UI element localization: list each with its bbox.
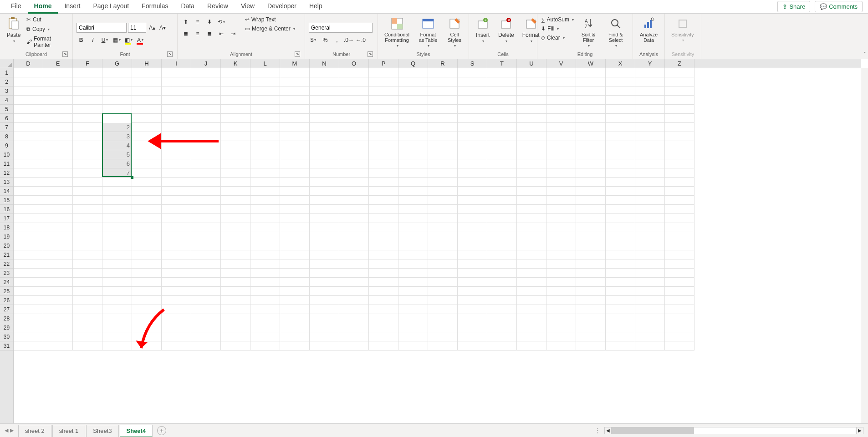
align-bottom-button[interactable]: ⬇ xyxy=(205,17,214,26)
cell-N29[interactable] xyxy=(310,323,339,332)
cell-Y24[interactable] xyxy=(635,278,665,287)
cell-R27[interactable] xyxy=(428,305,458,314)
cell-H10[interactable] xyxy=(132,150,162,159)
cell-Q15[interactable] xyxy=(398,196,428,205)
font-name-input[interactable] xyxy=(77,23,127,33)
cell-P13[interactable] xyxy=(369,178,398,187)
cell-P19[interactable] xyxy=(369,232,398,241)
cell-E12[interactable] xyxy=(43,168,73,178)
cell-E13[interactable] xyxy=(43,178,73,187)
cell-N21[interactable] xyxy=(310,250,339,259)
cell-O27[interactable] xyxy=(339,305,369,314)
cell-R18[interactable] xyxy=(428,223,458,232)
cell-O4[interactable] xyxy=(339,96,369,105)
cell-T25[interactable] xyxy=(487,287,517,296)
format-painter-button[interactable]: 🖌 Format Painter xyxy=(26,35,69,49)
row-header-2[interactable]: 2 xyxy=(0,77,13,86)
cell-W28[interactable] xyxy=(576,314,606,323)
cell-G22[interactable] xyxy=(102,259,132,269)
cell-D24[interactable] xyxy=(14,278,43,287)
cell-L6[interactable] xyxy=(250,114,280,123)
cell-P20[interactable] xyxy=(369,241,398,250)
cell-K20[interactable] xyxy=(221,241,250,250)
cell-D21[interactable] xyxy=(14,250,43,259)
cell-Z10[interactable] xyxy=(665,150,694,159)
cell-S15[interactable] xyxy=(458,196,487,205)
cell-R25[interactable] xyxy=(428,287,458,296)
cell-O24[interactable] xyxy=(339,278,369,287)
cell-D5[interactable] xyxy=(14,105,43,114)
col-header-F[interactable]: F xyxy=(73,59,102,68)
cell-F23[interactable] xyxy=(73,269,102,278)
cell-M11[interactable] xyxy=(280,159,310,168)
cell-F20[interactable] xyxy=(73,241,102,250)
cell-I18[interactable] xyxy=(162,223,191,232)
cell-D17[interactable] xyxy=(14,214,43,223)
cell-V21[interactable] xyxy=(546,250,576,259)
cell-U20[interactable] xyxy=(517,241,546,250)
cell-D23[interactable] xyxy=(14,269,43,278)
cell-G8[interactable]: 3 xyxy=(102,132,132,141)
row-header-31[interactable]: 31 xyxy=(0,341,13,351)
cell-G16[interactable] xyxy=(102,205,132,214)
hscroll-left[interactable]: ◀ xyxy=(604,427,612,434)
delete-cells-button[interactable]: ✕ Delete▾ xyxy=(495,15,517,44)
cell-S31[interactable] xyxy=(458,341,487,351)
cell-Z22[interactable] xyxy=(665,259,694,269)
border-button[interactable]: ▦▾ xyxy=(112,36,121,45)
cell-E28[interactable] xyxy=(43,314,73,323)
cell-G10[interactable]: 5 xyxy=(102,150,132,159)
cell-P1[interactable] xyxy=(369,68,398,77)
cell-F21[interactable] xyxy=(73,250,102,259)
cell-D25[interactable] xyxy=(14,287,43,296)
cell-T16[interactable] xyxy=(487,205,517,214)
cell-G20[interactable] xyxy=(102,241,132,250)
cell-X28[interactable] xyxy=(606,314,635,323)
cell-K1[interactable] xyxy=(221,68,250,77)
cell-E6[interactable] xyxy=(43,114,73,123)
cell-W3[interactable] xyxy=(576,86,606,96)
cell-R11[interactable] xyxy=(428,159,458,168)
cell-F24[interactable] xyxy=(73,278,102,287)
cell-X21[interactable] xyxy=(606,250,635,259)
cell-T12[interactable] xyxy=(487,168,517,178)
cell-I3[interactable] xyxy=(162,86,191,96)
col-header-H[interactable]: H xyxy=(132,59,162,68)
cell-U31[interactable] xyxy=(517,341,546,351)
cell-E18[interactable] xyxy=(43,223,73,232)
row-header-24[interactable]: 24 xyxy=(0,278,13,287)
cell-O12[interactable] xyxy=(339,168,369,178)
cell-T1[interactable] xyxy=(487,68,517,77)
col-header-Q[interactable]: Q xyxy=(398,59,428,68)
cell-E7[interactable] xyxy=(43,123,73,132)
cell-H16[interactable] xyxy=(132,205,162,214)
cell-F1[interactable] xyxy=(73,68,102,77)
cell-M20[interactable] xyxy=(280,241,310,250)
cell-Z8[interactable] xyxy=(665,132,694,141)
cell-Z4[interactable] xyxy=(665,96,694,105)
cell-H21[interactable] xyxy=(132,250,162,259)
cell-R10[interactable] xyxy=(428,150,458,159)
cell-X9[interactable] xyxy=(606,141,635,150)
tab-view[interactable]: View xyxy=(235,0,261,14)
cell-V19[interactable] xyxy=(546,232,576,241)
cell-V16[interactable] xyxy=(546,205,576,214)
cell-N5[interactable] xyxy=(310,105,339,114)
cell-D29[interactable] xyxy=(14,323,43,332)
cell-Y7[interactable] xyxy=(635,123,665,132)
cell-X2[interactable] xyxy=(606,77,635,86)
sheet-nav-next[interactable]: ▶ xyxy=(10,427,14,433)
cell-M29[interactable] xyxy=(280,323,310,332)
cell-M6[interactable] xyxy=(280,114,310,123)
cell-X18[interactable] xyxy=(606,223,635,232)
cell-F2[interactable] xyxy=(73,77,102,86)
cell-X30[interactable] xyxy=(606,332,635,341)
cell-H24[interactable] xyxy=(132,278,162,287)
cell-G21[interactable] xyxy=(102,250,132,259)
cell-W24[interactable] xyxy=(576,278,606,287)
cell-I7[interactable] xyxy=(162,123,191,132)
cell-T30[interactable] xyxy=(487,332,517,341)
cell-Y26[interactable] xyxy=(635,296,665,305)
cell-F7[interactable] xyxy=(73,123,102,132)
cell-Z15[interactable] xyxy=(665,196,694,205)
